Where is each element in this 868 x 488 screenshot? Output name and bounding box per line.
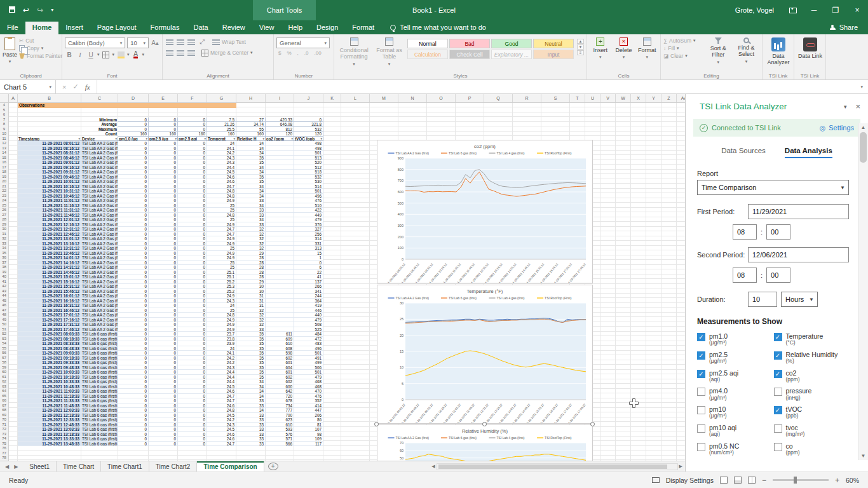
paste-button[interactable]: Paste ▾ — [3, 36, 17, 71]
sheet-tab-sheet1[interactable]: Sheet1 — [23, 461, 57, 471]
table-row-24-cell-1[interactable]: TSI Lab AA 2 Gas (first) — [81, 198, 118, 203]
table-row-64-cell-4[interactable]: 0 — [178, 389, 207, 394]
table-row-64-cell-5[interactable]: 24.6 — [207, 389, 236, 394]
table-row-56-cell-3[interactable]: 0 — [149, 351, 178, 356]
table-row-63-cell-5[interactable]: 24.5 — [207, 384, 236, 390]
table-row-38-cell-0[interactable]: 11-29-2021 14:31:12 — [18, 265, 81, 270]
table-row-35-cell-7[interactable] — [266, 251, 294, 256]
row-header-27[interactable]: 27 — [0, 213, 8, 218]
table-row-54-cell-8[interactable]: 483 — [294, 341, 323, 346]
table-row-53-cell-1[interactable]: TSI Lab 6 gas (first) — [81, 337, 118, 342]
table-row-47-cell-3[interactable]: 0 — [149, 308, 178, 313]
table-row-61-cell-2[interactable]: 0 — [118, 375, 149, 380]
second-period-minute-input[interactable]: 00 — [766, 268, 790, 283]
table-row-52-cell-2[interactable]: 0 — [118, 332, 149, 337]
table-row-59-cell-3[interactable]: 0 — [149, 365, 178, 370]
table-row-21-cell-0[interactable]: 11-29-2021 10:16:12 — [18, 184, 81, 189]
checkbox-pressure[interactable] — [774, 388, 782, 396]
table-row-69-cell-8[interactable]: 206 — [294, 413, 323, 418]
table-row-40-cell-4[interactable]: 0 — [178, 274, 207, 280]
ribbon-tab-help[interactable]: Help — [281, 22, 309, 34]
table-row-68-cell-2[interactable]: 0 — [118, 408, 149, 413]
table-row-28-cell-2[interactable]: 0 — [118, 217, 149, 222]
table-row-19-cell-3[interactable]: 0 — [149, 175, 178, 180]
stat-value[interactable]: 34.74 — [236, 122, 266, 127]
row-header-65[interactable]: 65 — [0, 394, 8, 399]
row-header-42[interactable]: 42 — [0, 284, 8, 289]
table-row-59-cell-5[interactable]: 24.3 — [207, 365, 236, 370]
table-row-40-cell-5[interactable]: 25.1 — [207, 274, 236, 280]
table-row-30-cell-8[interactable]: 327 — [294, 227, 323, 232]
table-row-20-cell-7[interactable] — [266, 179, 294, 184]
table-row-26-cell-3[interactable]: 0 — [149, 208, 178, 213]
cancel-icon[interactable]: × — [62, 83, 66, 91]
stat-value[interactable]: 160 — [236, 132, 266, 137]
table-row-34-cell-8[interactable]: 313 — [294, 246, 323, 251]
column-header-L[interactable]: L — [341, 94, 370, 102]
table-row-56-cell-2[interactable]: 0 — [118, 351, 149, 356]
stat-value[interactable]: 0 — [118, 118, 149, 123]
table-row-52-cell-8[interactable]: 484 — [294, 332, 323, 337]
table-row-54-cell-5[interactable]: 23.9 — [207, 341, 236, 346]
table-row-14-cell-8[interactable]: 501 — [294, 151, 323, 156]
table-row-33-cell-3[interactable]: 0 — [149, 241, 178, 247]
table-row-59-cell-1[interactable]: TSI Lab 6 gas (first) — [81, 365, 118, 370]
table-row-25-cell-8[interactable]: 510 — [294, 203, 323, 208]
table-row-71-cell-1[interactable]: TSI Lab 6 gas (first) — [81, 423, 118, 428]
table-row-46-cell-0[interactable]: 11-29-2021 16:31:12 — [18, 303, 81, 308]
table-row-50-cell-7[interactable] — [266, 322, 294, 327]
table-row-20-cell-2[interactable]: 0 — [118, 179, 149, 184]
table-row-66-cell-4[interactable]: 0 — [178, 398, 207, 403]
table-row-36-cell-7[interactable] — [266, 255, 294, 261]
chart-2[interactable]: Temperature (°F)TSI Lab AA 2 Gas (first)… — [377, 285, 593, 424]
table-row-74-cell-7[interactable]: 571 — [266, 437, 294, 442]
row-header-49[interactable]: 49 — [0, 318, 8, 323]
table-row-27-cell-2[interactable]: 0 — [118, 213, 149, 218]
table-row-32-cell-5[interactable]: 24.9 — [207, 236, 236, 241]
table-row-52-cell-6[interactable]: 35 — [236, 332, 266, 337]
column-header-E[interactable]: E — [149, 94, 178, 102]
number-format-combo[interactable]: General▾ — [276, 37, 330, 48]
measurement-pm1-0[interactable]: ✓pm1.0(µg/m³) — [697, 332, 774, 346]
stat-value[interactable]: 160 — [149, 132, 178, 137]
table-row-74-cell-5[interactable]: 24.6 — [207, 437, 236, 442]
table-row-35-cell-6[interactable]: 29 — [236, 251, 266, 256]
table-row-34-cell-0[interactable]: 11-29-2021 13:31:12 — [18, 246, 81, 251]
row-header-71[interactable]: 71 — [0, 423, 8, 428]
filter-icon[interactable]: ▾ — [115, 137, 117, 141]
table-header-2[interactable]: pm1.0 (µg▾ — [118, 137, 149, 142]
column-header-B[interactable]: B — [18, 94, 81, 102]
measurement-tvoc[interactable]: ✓tVOC(ppb) — [774, 405, 851, 419]
measurement-tvoc[interactable]: tvoc(mg/m³) — [774, 424, 851, 438]
table-row-75-cell-8[interactable]: 117 — [294, 442, 323, 447]
table-row-39-cell-6[interactable]: 28 — [236, 270, 266, 275]
table-row-29-cell-6[interactable]: 33 — [236, 222, 266, 227]
gallery-down-icon[interactable]: ▼ — [577, 44, 584, 50]
select-all-corner[interactable] — [0, 94, 9, 102]
ribbon-tab-insert[interactable]: Insert — [58, 22, 90, 34]
filter-icon[interactable]: ▾ — [233, 137, 235, 141]
row-header-77[interactable]: 77 — [0, 451, 8, 456]
formula-bar-expand-icon[interactable]: ▾ — [855, 80, 868, 93]
checkbox-pm1-0[interactable]: ✓ — [697, 333, 705, 341]
save-icon[interactable] — [9, 6, 15, 14]
row-header-13[interactable]: 13 — [0, 146, 8, 151]
table-row-54-cell-3[interactable]: 0 — [149, 341, 178, 346]
table-row-73-cell-2[interactable]: 0 — [118, 432, 149, 437]
table-row-29-cell-7[interactable] — [266, 222, 294, 227]
table-row-17-cell-0[interactable]: 11-29-2021 09:16:12 — [18, 165, 81, 170]
table-row-36-cell-5[interactable]: 24.9 — [207, 255, 236, 261]
table-row-56-cell-0[interactable]: 11-29-2021 09:03:33 — [18, 351, 81, 356]
undo-icon[interactable]: ↩ — [23, 6, 29, 14]
table-row-57-cell-8[interactable]: 491 — [294, 356, 323, 361]
table-row-47-cell-6[interactable]: 32 — [236, 308, 266, 313]
table-row-13-cell-6[interactable]: 34 — [236, 146, 266, 151]
table-row-60-cell-6[interactable]: 35 — [236, 370, 266, 375]
table-row-32-cell-2[interactable]: 0 — [118, 236, 149, 241]
table-row-30-cell-0[interactable]: 11-29-2021 12:31:12 — [18, 227, 81, 232]
table-row-70-cell-1[interactable]: TSI Lab 6 gas (first) — [81, 417, 118, 423]
table-row-74-cell-0[interactable]: 11-29-2021 13:33:33 — [18, 437, 81, 442]
table-row-38-cell-7[interactable] — [266, 265, 294, 270]
second-period-hour-input[interactable]: 08 — [733, 268, 757, 283]
checkbox-temperature[interactable]: ✓ — [774, 333, 782, 341]
